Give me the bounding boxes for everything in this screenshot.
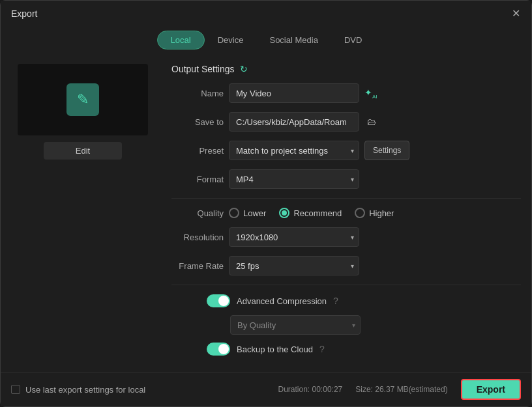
framerate-label: Frame Rate <box>171 261 224 271</box>
quality-recommend-radio[interactable] <box>279 208 289 218</box>
preset-select-wrapper: Match to project settings ▾ <box>229 141 359 160</box>
tab-device[interactable]: Device <box>205 31 257 49</box>
edit-button[interactable]: Edit <box>44 142 122 160</box>
framerate-row: Frame Rate 25 fps ▾ <box>171 256 521 275</box>
preview-icon: ✎ <box>66 83 99 116</box>
settings-info-icon[interactable]: ↻ <box>240 64 248 74</box>
framerate-select-wrapper: 25 fps ▾ <box>229 256 359 275</box>
preset-label: Preset <box>171 146 224 156</box>
duration-info: Duration: 00:00:27 <box>278 385 343 394</box>
ai-icon[interactable]: ✦AI <box>364 87 377 100</box>
save-to-row: Save to C:/Users/kbiz/AppData/Roam 🗁 <box>171 112 521 132</box>
by-quality-select[interactable]: By Quality <box>230 315 361 335</box>
quality-label: Quality <box>171 208 224 218</box>
section-header-text: Output Settings <box>171 64 235 74</box>
by-quality-select-wrapper: By Quality ▾ <box>230 315 361 335</box>
tab-dvd[interactable]: DVD <box>331 31 375 49</box>
tab-bar: Local Device Social Media DVD <box>1 25 531 57</box>
resolution-select-wrapper: 1920x1080 ▾ <box>229 227 359 247</box>
footer: Use last export settings for local Durat… <box>1 372 531 406</box>
close-button[interactable]: ✕ <box>510 8 521 19</box>
advanced-compression-row: Advanced Compression ? <box>171 294 521 307</box>
backup-cloud-thumb <box>218 344 229 354</box>
use-last-settings-label: Use last export settings for local <box>25 385 145 395</box>
divider-2 <box>171 285 521 285</box>
format-row: Format MP4 ▾ <box>171 169 521 189</box>
preset-row: Preset Match to project settings ▾ Setti… <box>171 141 521 160</box>
quality-options: Lower Recommend Higher <box>229 208 394 218</box>
framerate-select[interactable]: 25 fps <box>229 256 359 275</box>
name-row: Name ✦AI <box>171 83 521 103</box>
quality-lower[interactable]: Lower <box>229 208 266 218</box>
backup-cloud-label: Backup to the Cloud <box>237 344 313 354</box>
format-select[interactable]: MP4 <box>229 169 359 189</box>
section-header: Output Settings ↻ <box>171 64 521 74</box>
backup-cloud-toggle[interactable] <box>207 343 230 356</box>
quality-lower-label: Lower <box>243 208 266 218</box>
name-label: Name <box>171 89 224 98</box>
quality-recommend-radio-inner <box>282 210 287 216</box>
quality-recommend-label: Recommend <box>293 208 342 218</box>
window-title: Export <box>11 8 37 19</box>
settings-button[interactable]: Settings <box>364 141 409 160</box>
preview-box: ✎ <box>18 64 148 135</box>
advanced-compression-label: Advanced Compression <box>237 296 327 306</box>
folder-icon[interactable]: 🗁 <box>367 117 376 127</box>
quality-recommend[interactable]: Recommend <box>279 208 342 218</box>
advanced-compression-help-icon[interactable]: ? <box>333 296 338 306</box>
tab-social-media[interactable]: Social Media <box>256 31 331 49</box>
advanced-compression-toggle[interactable] <box>207 294 230 307</box>
backup-cloud-row: Backup to the Cloud ? <box>171 343 521 356</box>
format-select-wrapper: MP4 ▾ <box>229 169 359 189</box>
format-label: Format <box>171 175 224 184</box>
quality-higher-label: Higher <box>369 208 394 218</box>
name-input[interactable] <box>229 83 359 103</box>
quality-higher[interactable]: Higher <box>355 208 394 218</box>
backup-cloud-help-icon[interactable]: ? <box>319 344 325 354</box>
quality-row: Quality Lower Recommend <box>171 208 521 218</box>
divider-1 <box>171 198 521 199</box>
title-bar: Export ✕ <box>1 1 531 25</box>
preview-panel: ✎ Edit <box>11 57 155 372</box>
advanced-compression-thumb <box>218 296 229 306</box>
resolution-label: Resolution <box>171 232 224 242</box>
footer-left: Use last export settings for local <box>11 385 145 395</box>
save-path-display: C:/Users/kbiz/AppData/Roam <box>229 112 359 132</box>
use-last-settings-checkbox[interactable] <box>11 385 20 394</box>
quality-lower-radio[interactable] <box>229 208 239 218</box>
resolution-row: Resolution 1920x1080 ▾ <box>171 227 521 247</box>
settings-panel: Output Settings ↻ Name ✦AI Save to C:/Us… <box>165 57 521 372</box>
tab-local[interactable]: Local <box>157 31 205 49</box>
export-button[interactable]: Export <box>461 379 521 400</box>
main-content: ✎ Edit Output Settings ↻ Name ✦AI Save t… <box>1 57 531 372</box>
export-window: Export ✕ Local Device Social Media DVD ✎… <box>0 0 532 407</box>
size-info: Size: 26.37 MB(estimated) <box>355 385 447 394</box>
by-quality-row: By Quality ▾ <box>230 315 521 335</box>
footer-center: Duration: 00:00:27 Size: 26.37 MB(estima… <box>278 379 522 400</box>
quality-higher-radio[interactable] <box>355 208 365 218</box>
save-to-label: Save to <box>171 117 224 127</box>
resolution-select[interactable]: 1920x1080 <box>229 227 359 247</box>
preset-select[interactable]: Match to project settings <box>229 141 359 160</box>
